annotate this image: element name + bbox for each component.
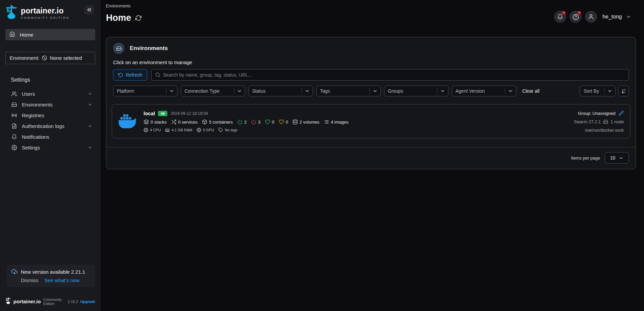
chevron-down-icon <box>88 102 93 107</box>
sidebar-item-notifications[interactable]: Notifications <box>0 131 101 142</box>
sidebar-item-label: Home <box>20 32 33 38</box>
stat-stacks: 0 stacks <box>151 120 167 125</box>
svg-text:a: a <box>624 88 625 91</box>
user-menu-chevron-icon[interactable] <box>626 14 631 19</box>
environment-name: local <box>144 110 155 116</box>
sidebar-nav: Users Environments Registries Authentica… <box>0 88 101 153</box>
chevron-down-icon <box>505 88 516 94</box>
clear-all-button[interactable]: Clear all <box>522 88 539 94</box>
user-icon <box>588 14 594 20</box>
filter-tags[interactable]: Tags <box>316 86 381 96</box>
page-title: Home <box>106 13 131 23</box>
filter-platform[interactable]: Platform <box>113 86 177 96</box>
update-notice: New version available 2.21.1 Dismiss See… <box>7 265 95 287</box>
chevron-down-icon <box>88 145 93 150</box>
sidebar-collapse-button[interactable] <box>85 5 94 15</box>
users-icon <box>11 91 17 97</box>
sort-direction-button[interactable]: az <box>618 86 629 96</box>
environment-selector-value: None selected <box>50 55 82 61</box>
sort-by-dropdown[interactable]: Sort By <box>580 86 615 96</box>
filter-status[interactable]: Status <box>249 86 313 96</box>
stat-healthy: 0 <box>272 120 274 125</box>
auth-logs-icon <box>11 123 17 129</box>
environment-row-local[interactable]: local up 2024-09-12 18:19:04 0 stacks 0 … <box>112 104 630 138</box>
stacks-icon <box>144 119 149 125</box>
page-refresh-icon[interactable] <box>135 15 142 21</box>
filter-label: Platform <box>113 88 166 94</box>
see-whats-new-link[interactable]: See what's new <box>45 277 80 283</box>
sidebar-item-label: Users <box>22 91 83 97</box>
sidebar-item-settings[interactable]: Settings <box>0 142 101 153</box>
filter-label: Groups <box>384 88 437 94</box>
environments-widget-icon <box>113 43 124 54</box>
stat-running: 2 <box>244 120 247 125</box>
search-box <box>151 69 629 81</box>
environments-icon <box>11 102 17 107</box>
spec-ram: 4.1 GB RAM <box>171 128 192 132</box>
sidebar-item-home[interactable]: Home <box>5 29 95 40</box>
filter-label: Connection Type <box>181 88 234 94</box>
environment-nodes: 1 node <box>610 119 624 124</box>
upgrade-link[interactable]: Upgrade <box>80 300 95 304</box>
docker-whale-icon <box>118 110 138 133</box>
gpu-icon <box>197 128 201 132</box>
sidebar-item-authentication-logs[interactable]: Authentication logs <box>0 121 101 131</box>
breadcrumb[interactable]: Environments <box>106 4 130 8</box>
sidebar-footer: portainer.io Community Edition 2.16.2 Up… <box>0 293 101 311</box>
chevron-down-icon <box>88 124 93 129</box>
items-per-page-value: 10 <box>610 155 615 161</box>
panel-title: Environments <box>130 45 168 52</box>
filter-groups[interactable]: Groups <box>384 86 448 96</box>
stat-services: 0 services <box>178 120 198 125</box>
sidebar-item-users[interactable]: Users <box>0 88 101 99</box>
chevron-down-icon <box>302 88 313 94</box>
svg-text:z: z <box>624 91 625 93</box>
sidebar: portainer.io COMMUNITY EDITION Home Envi… <box>0 0 101 311</box>
edit-group-icon[interactable] <box>619 110 624 116</box>
user-avatar[interactable] <box>585 11 597 23</box>
sidebar-item-label: Settings <box>22 145 83 150</box>
notification-dot <box>578 11 581 14</box>
sidebar-item-registries[interactable]: Registries <box>0 110 101 121</box>
environment-engine: Swarm 27.2.1 <box>574 119 601 124</box>
footer-version: 2.16.2 <box>68 300 78 304</box>
username[interactable]: he_tong <box>602 14 622 20</box>
dismiss-button[interactable]: Dismiss <box>21 277 39 283</box>
settings-icon <box>11 145 17 150</box>
sort-by-label: Sort By <box>580 88 604 94</box>
sidebar-item-label: Authentication logs <box>22 123 83 129</box>
main-content: Environments Home he_tong <box>101 0 644 311</box>
filter-agent-version[interactable]: Agent Version <box>452 86 516 96</box>
registries-icon <box>11 113 17 118</box>
status-badge: up <box>158 111 167 116</box>
search-input[interactable] <box>163 72 625 78</box>
stat-volumes: 2 volumes <box>300 120 319 125</box>
refresh-button[interactable]: Refresh <box>113 69 147 81</box>
filter-label: Tags <box>317 88 369 94</box>
environment-socket: /var/run/docker.sock <box>585 128 624 133</box>
heart-healthy-icon <box>265 119 270 125</box>
heart-unhealthy-icon <box>279 119 284 125</box>
portainer-logo-icon <box>5 5 17 21</box>
ban-icon <box>42 55 47 61</box>
containers-icon <box>202 119 207 125</box>
sidebar-item-environments[interactable]: Environments <box>0 99 101 110</box>
sidebar-item-label: Registries <box>22 113 93 118</box>
bell-icon <box>557 14 563 20</box>
environments-panel: Environments Click on an environment to … <box>106 37 636 169</box>
stat-stopped: 3 <box>258 120 260 125</box>
brand-edition: COMMUNITY EDITION <box>21 16 69 19</box>
items-per-page-label: Items per page <box>571 156 600 161</box>
notifications-button[interactable] <box>554 11 566 23</box>
cpu-icon <box>144 128 148 132</box>
refresh-label: Refresh <box>126 72 142 78</box>
stat-unhealthy: 0 <box>286 120 288 125</box>
help-button[interactable] <box>570 11 582 23</box>
footer-brand: portainer.io <box>13 299 41 304</box>
environment-selector-label: Environment: <box>10 55 39 61</box>
help-circle-icon <box>573 14 579 20</box>
environment-group: Group: Unassigned <box>578 111 615 116</box>
items-per-page-select[interactable]: 10 <box>605 152 629 164</box>
filter-connection-type[interactable]: Connection Type <box>181 86 245 96</box>
chevron-down-icon <box>619 156 624 161</box>
